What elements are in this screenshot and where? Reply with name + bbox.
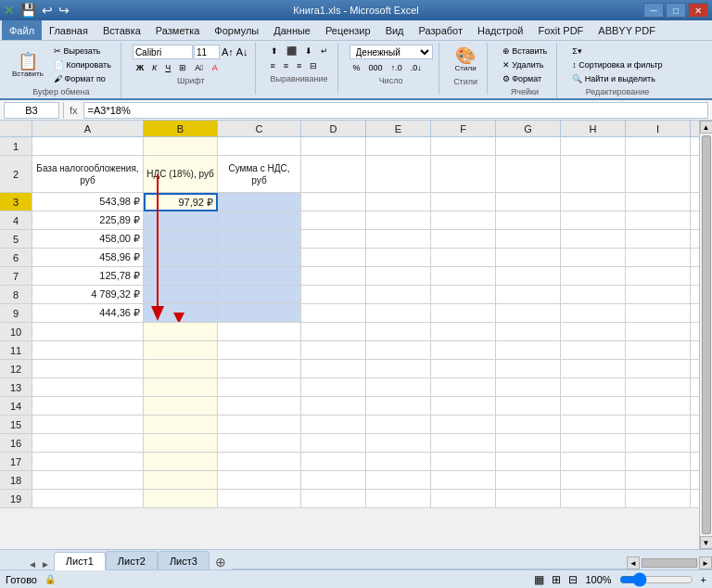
menu-insert[interactable]: Вставка — [95, 20, 148, 40]
cell-e10[interactable] — [366, 323, 431, 341]
name-box[interactable] — [4, 102, 59, 119]
maximize-button[interactable]: □ — [666, 3, 686, 18]
cell-I11[interactable] — [626, 341, 691, 360]
italic-button[interactable]: К — [148, 61, 160, 74]
page-layout-button[interactable]: ⊞ — [552, 573, 561, 586]
cell-I19[interactable] — [626, 490, 691, 508]
find-select-button[interactable]: 🔍 Найти и выделить — [568, 72, 666, 85]
row-num-16[interactable]: 16 — [0, 434, 32, 453]
cell-B11[interactable] — [144, 341, 218, 360]
cell-A12[interactable] — [32, 360, 144, 378]
increase-font-icon[interactable]: A↑ — [221, 45, 235, 58]
row-num-14[interactable]: 14 — [0, 397, 32, 415]
cell-E14[interactable] — [366, 397, 431, 415]
cell-E19[interactable] — [366, 490, 431, 508]
row-num-15[interactable]: 15 — [0, 415, 32, 434]
border-button[interactable]: ⊞ — [175, 61, 190, 74]
cell-G17[interactable] — [496, 453, 561, 471]
cell-b4[interactable] — [144, 211, 218, 230]
col-header-i[interactable]: I — [626, 121, 691, 137]
cell-D15[interactable] — [301, 415, 366, 434]
menu-layout[interactable]: Разметка — [148, 20, 208, 40]
cell-I13[interactable] — [626, 378, 691, 397]
cell-g9[interactable] — [496, 304, 561, 323]
row-num-18[interactable]: 18 — [0, 471, 32, 490]
cell-b3[interactable]: 97,92 ₽ — [144, 193, 218, 211]
align-right-button[interactable]: ≡ — [293, 59, 305, 72]
cell-D12[interactable] — [301, 360, 366, 378]
cell-b10[interactable] — [144, 323, 218, 341]
sheet-tab-3[interactable]: Лист3 — [158, 551, 210, 569]
menu-foxitpdf[interactable]: Foxit PDF — [530, 20, 591, 40]
redo-quickbtn[interactable]: ↪ — [57, 3, 71, 18]
cell-I18[interactable] — [626, 471, 691, 490]
cell-a6[interactable]: 458,96 ₽ — [32, 249, 144, 267]
align-left-button[interactable]: ≡ — [267, 59, 279, 72]
col-header-b[interactable]: B — [144, 121, 218, 137]
cell-F13[interactable] — [431, 378, 496, 397]
scroll-down-button[interactable]: ▼ — [700, 536, 713, 549]
cell-D16[interactable] — [301, 434, 366, 453]
cell-A18[interactable] — [32, 471, 144, 490]
sheet-nav-right[interactable]: ► — [41, 559, 50, 569]
cell-c2[interactable]: Сумма с НДС, руб — [218, 156, 301, 193]
hscroll-left[interactable]: ◄ — [627, 556, 640, 569]
cell-d5[interactable] — [301, 230, 366, 249]
cell-A17[interactable] — [32, 453, 144, 471]
cell-A11[interactable] — [32, 341, 144, 360]
hscroll-right[interactable]: ► — [699, 556, 712, 569]
cell-c10[interactable] — [218, 323, 301, 341]
sheet-tab-2[interactable]: Лист2 — [106, 551, 158, 569]
cell-j6[interactable] — [691, 249, 699, 267]
cell-i5[interactable] — [626, 230, 691, 249]
row-num-12[interactable]: 12 — [0, 360, 32, 378]
row-num-3[interactable]: 3 — [0, 193, 32, 211]
cell-f4[interactable] — [431, 211, 496, 230]
cell-D18[interactable] — [301, 471, 366, 490]
sort-filter-button[interactable]: ↕ Сортировка и фильтр — [568, 58, 666, 71]
cell-F11[interactable] — [431, 341, 496, 360]
cell-j1[interactable] — [691, 137, 699, 156]
cell-i3[interactable] — [626, 193, 691, 211]
cell-d4[interactable] — [301, 211, 366, 230]
cell-I15[interactable] — [626, 415, 691, 434]
cell-h7[interactable] — [561, 267, 626, 286]
cell-e4[interactable] — [366, 211, 431, 230]
cell-b7[interactable] — [144, 267, 218, 286]
row-num-13[interactable]: 13 — [0, 378, 32, 397]
cell-B15[interactable] — [144, 415, 218, 434]
cell-h4[interactable] — [561, 211, 626, 230]
delete-cells-button[interactable]: ✕ Удалить — [499, 58, 552, 71]
cell-j2[interactable] — [691, 156, 699, 193]
col-header-e[interactable]: E — [366, 121, 431, 137]
cell-b9[interactable] — [144, 304, 218, 323]
row-num-10[interactable]: 10 — [0, 323, 32, 341]
vertical-scrollbar[interactable]: ▲ ▼ — [699, 121, 712, 549]
cell-e2[interactable] — [366, 156, 431, 193]
cell-C16[interactable] — [218, 434, 301, 453]
cell-G15[interactable] — [496, 415, 561, 434]
copy-button[interactable]: 📄 Копировать — [50, 58, 115, 71]
cut-button[interactable]: ✂ Вырезать — [50, 45, 115, 58]
menu-view[interactable]: Вид — [378, 20, 412, 40]
col-header-f[interactable]: F — [431, 121, 496, 137]
cell-b5[interactable] — [144, 230, 218, 249]
row-num-9[interactable]: 9 — [0, 304, 32, 323]
cell-A14[interactable] — [32, 397, 144, 415]
cell-E13[interactable] — [366, 378, 431, 397]
cell-e8[interactable] — [366, 286, 431, 304]
cell-F18[interactable] — [431, 471, 496, 490]
cell-B19[interactable] — [144, 490, 218, 508]
cell-c9[interactable] — [218, 304, 301, 323]
cell-h9[interactable] — [561, 304, 626, 323]
cell-J11[interactable] — [691, 341, 699, 360]
cell-a5[interactable]: 458,00 ₽ — [32, 230, 144, 249]
scroll-up-button[interactable]: ▲ — [700, 121, 713, 134]
menu-data[interactable]: Данные — [266, 20, 318, 40]
cell-B17[interactable] — [144, 453, 218, 471]
undo-quickbtn[interactable]: ↩ — [40, 3, 55, 18]
cell-j10[interactable] — [691, 323, 699, 341]
paste-button[interactable]: 📋 Вставить — [7, 50, 48, 81]
cell-A15[interactable] — [32, 415, 144, 434]
cell-d6[interactable] — [301, 249, 366, 267]
